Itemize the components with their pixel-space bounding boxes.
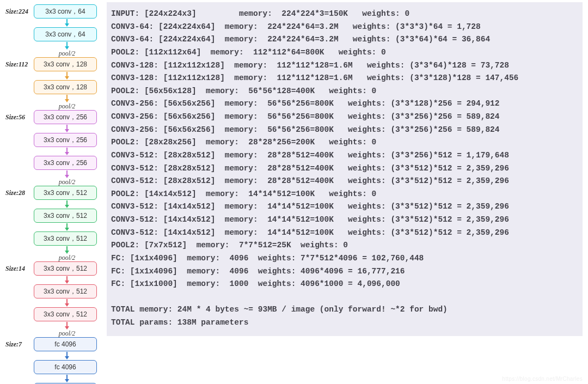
layer-block: fc 4096 <box>34 337 97 351</box>
pool-label: pool/2 <box>34 178 100 186</box>
arrow-down-icon <box>34 125 100 132</box>
layout-row: Size:2243x3 conv，643x3 conv，64pool/2Size… <box>5 2 583 384</box>
size-label: Size:224 <box>5 8 34 16</box>
layer-block: 3x3 conv，64 <box>34 27 97 41</box>
arrow-down-icon <box>34 299 100 307</box>
architecture-diagram: Size:2243x3 conv，643x3 conv，64pool/2Size… <box>5 2 100 384</box>
layer-block: 3x3 conv，64 <box>34 4 97 19</box>
arrow-down-icon <box>34 246 100 254</box>
arrow-down-icon <box>34 375 100 382</box>
watermark: https://blog.csdn.net/MrCharles <box>502 376 583 382</box>
layer-block: fc 4096 <box>34 360 97 374</box>
arrow-down-icon <box>34 322 100 330</box>
pool-label: pool/2 <box>34 102 100 110</box>
arrow-down-icon <box>34 19 100 27</box>
layer-block: 3x3 conv，512 <box>34 261 97 276</box>
pool-label: pool/2 <box>34 254 100 261</box>
layer-block: 3x3 conv，512 <box>34 209 97 223</box>
layer-block: 3x3 conv，128 <box>34 57 97 71</box>
layer-block: 3x3 conv，128 <box>34 80 97 94</box>
arrow-down-icon <box>34 42 100 50</box>
size-label: Size:7 <box>5 340 34 349</box>
size-label: Size:14 <box>5 265 34 273</box>
layer-block: 3x3 conv，256 <box>34 133 97 147</box>
arrow-down-icon <box>34 276 100 284</box>
arrow-down-icon <box>34 352 100 359</box>
layer-block: 3x3 conv，256 <box>34 110 97 124</box>
layer-block: 3x3 conv，256 <box>34 156 97 170</box>
size-label: Size:112 <box>5 60 34 69</box>
arrow-down-icon <box>34 200 100 208</box>
arrow-down-icon <box>34 95 100 102</box>
block-stack: Size:2243x3 conv，643x3 conv，64pool/2Size… <box>34 4 100 384</box>
arrow-down-icon <box>34 170 100 178</box>
size-label: Size:56 <box>5 113 34 121</box>
layer-block: 3x3 conv，512 <box>34 307 97 321</box>
pool-label: pool/2 <box>34 50 100 57</box>
arrow-down-icon <box>34 148 100 155</box>
memory-weights-listing: INPUT: [224x224x3] memory: 224*224*3=150… <box>107 2 583 336</box>
layer-block: 3x3 conv，512 <box>34 231 97 246</box>
layer-block: 3x3 conv，512 <box>34 186 97 200</box>
pool-label: pool/2 <box>34 330 100 337</box>
layer-block: 3x3 conv，512 <box>34 284 97 298</box>
arrow-down-icon <box>34 72 100 80</box>
arrow-down-icon <box>34 223 100 231</box>
size-label: Size:28 <box>5 189 34 197</box>
